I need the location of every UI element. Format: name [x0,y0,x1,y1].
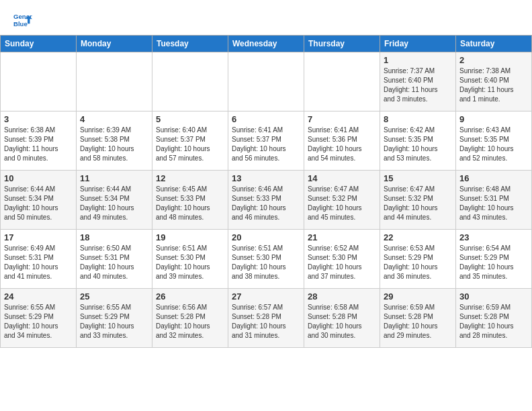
day-number: 30 [459,291,528,302]
calendar-day-cell: 3Sunrise: 6:38 AM Sunset: 5:39 PM Daylig… [1,111,77,171]
day-info: Sunrise: 6:43 AM Sunset: 5:35 PM Dayligh… [459,126,528,163]
day-info: Sunrise: 6:59 AM Sunset: 5:28 PM Dayligh… [384,303,452,340]
calendar-day-cell: 21Sunrise: 6:52 AM Sunset: 5:30 PM Dayli… [304,230,380,289]
day-number: 10 [4,173,73,183]
calendar-day-cell: 7Sunrise: 6:41 AM Sunset: 5:36 PM Daylig… [304,111,380,171]
day-number: 20 [232,232,300,242]
calendar-day-cell [228,52,304,111]
calendar-day-cell: 10Sunrise: 6:44 AM Sunset: 5:34 PM Dayli… [1,171,77,230]
weekday-header-row: SundayMondayTuesdayWednesdayThursdayFrid… [1,36,532,52]
calendar-day-cell: 12Sunrise: 6:45 AM Sunset: 5:33 PM Dayli… [152,171,228,230]
logo: General Blue [13,11,35,30]
day-info: Sunrise: 6:51 AM Sunset: 5:30 PM Dayligh… [156,244,224,281]
calendar-day-cell: 27Sunrise: 6:57 AM Sunset: 5:28 PM Dayli… [228,289,304,348]
day-info: Sunrise: 6:40 AM Sunset: 5:37 PM Dayligh… [156,126,224,163]
day-info: Sunrise: 6:49 AM Sunset: 5:31 PM Dayligh… [4,244,73,281]
calendar-day-cell: 5Sunrise: 6:40 AM Sunset: 5:37 PM Daylig… [152,111,228,171]
day-number: 18 [80,232,148,242]
day-number: 15 [384,173,452,183]
day-info: Sunrise: 6:54 AM Sunset: 5:29 PM Dayligh… [459,244,528,281]
page-header: General Blue [0,0,532,35]
day-number: 26 [156,291,224,302]
calendar-day-cell: 22Sunrise: 6:53 AM Sunset: 5:29 PM Dayli… [380,230,456,289]
day-number: 23 [459,232,528,242]
calendar-day-cell: 15Sunrise: 6:47 AM Sunset: 5:32 PM Dayli… [380,171,456,230]
day-info: Sunrise: 6:45 AM Sunset: 5:33 PM Dayligh… [156,185,224,222]
day-number: 5 [156,114,224,124]
day-info: Sunrise: 6:47 AM Sunset: 5:32 PM Dayligh… [308,185,376,222]
day-info: Sunrise: 6:57 AM Sunset: 5:28 PM Dayligh… [232,303,300,340]
calendar-day-cell: 20Sunrise: 6:51 AM Sunset: 5:30 PM Dayli… [228,230,304,289]
day-info: Sunrise: 6:48 AM Sunset: 5:31 PM Dayligh… [459,185,528,222]
weekday-header: Wednesday [228,36,304,52]
day-number: 28 [308,291,376,302]
calendar-week-row: 1Sunrise: 7:37 AM Sunset: 6:40 PM Daylig… [1,52,532,111]
svg-text:Blue: Blue [13,20,28,28]
day-info: Sunrise: 6:38 AM Sunset: 5:39 PM Dayligh… [4,126,73,163]
calendar-day-cell: 6Sunrise: 6:41 AM Sunset: 5:37 PM Daylig… [228,111,304,171]
day-number: 22 [384,232,452,242]
day-number: 1 [384,55,452,65]
calendar-day-cell: 14Sunrise: 6:47 AM Sunset: 5:32 PM Dayli… [304,171,380,230]
day-info: Sunrise: 6:55 AM Sunset: 5:29 PM Dayligh… [80,303,148,340]
calendar-day-cell [1,52,77,111]
calendar-day-cell: 25Sunrise: 6:55 AM Sunset: 5:29 PM Dayli… [77,289,152,348]
calendar-table: SundayMondayTuesdayWednesdayThursdayFrid… [0,35,532,348]
weekday-header: Friday [380,36,456,52]
day-number: 8 [384,114,452,124]
day-info: Sunrise: 6:58 AM Sunset: 5:28 PM Dayligh… [308,303,376,340]
calendar-day-cell: 16Sunrise: 6:48 AM Sunset: 5:31 PM Dayli… [456,171,532,230]
day-info: Sunrise: 6:53 AM Sunset: 5:29 PM Dayligh… [384,244,452,281]
day-number: 12 [156,173,224,183]
calendar-day-cell: 9Sunrise: 6:43 AM Sunset: 5:35 PM Daylig… [456,111,532,171]
day-info: Sunrise: 7:37 AM Sunset: 6:40 PM Dayligh… [384,66,452,104]
calendar-day-cell: 24Sunrise: 6:55 AM Sunset: 5:29 PM Dayli… [1,289,77,348]
day-number: 6 [232,114,300,124]
day-number: 4 [80,114,148,124]
day-info: Sunrise: 6:50 AM Sunset: 5:31 PM Dayligh… [80,244,148,281]
day-number: 16 [459,173,528,183]
calendar-day-cell: 19Sunrise: 6:51 AM Sunset: 5:30 PM Dayli… [152,230,228,289]
day-number: 24 [4,291,73,302]
day-info: Sunrise: 6:52 AM Sunset: 5:30 PM Dayligh… [308,244,376,281]
calendar-day-cell: 2Sunrise: 7:38 AM Sunset: 6:40 PM Daylig… [456,52,532,111]
day-info: Sunrise: 6:39 AM Sunset: 5:38 PM Dayligh… [80,126,148,163]
day-info: Sunrise: 7:38 AM Sunset: 6:40 PM Dayligh… [459,66,528,104]
calendar-day-cell [304,52,380,111]
day-number: 14 [308,173,376,183]
calendar-day-cell: 28Sunrise: 6:58 AM Sunset: 5:28 PM Dayli… [304,289,380,348]
calendar-day-cell: 4Sunrise: 6:39 AM Sunset: 5:38 PM Daylig… [77,111,152,171]
day-number: 19 [156,232,224,242]
calendar-day-cell [77,52,152,111]
day-info: Sunrise: 6:44 AM Sunset: 5:34 PM Dayligh… [80,185,148,222]
calendar-day-cell: 17Sunrise: 6:49 AM Sunset: 5:31 PM Dayli… [1,230,77,289]
calendar-day-cell: 29Sunrise: 6:59 AM Sunset: 5:28 PM Dayli… [380,289,456,348]
calendar-week-row: 24Sunrise: 6:55 AM Sunset: 5:29 PM Dayli… [1,289,532,348]
calendar-day-cell: 26Sunrise: 6:56 AM Sunset: 5:28 PM Dayli… [152,289,228,348]
day-info: Sunrise: 6:51 AM Sunset: 5:30 PM Dayligh… [232,244,300,281]
calendar-week-row: 3Sunrise: 6:38 AM Sunset: 5:39 PM Daylig… [1,111,532,171]
day-number: 2 [459,55,528,65]
weekday-header: Sunday [1,36,77,52]
calendar-week-row: 17Sunrise: 6:49 AM Sunset: 5:31 PM Dayli… [1,230,532,289]
weekday-header: Thursday [304,36,380,52]
calendar-day-cell: 23Sunrise: 6:54 AM Sunset: 5:29 PM Dayli… [456,230,532,289]
day-info: Sunrise: 6:47 AM Sunset: 5:32 PM Dayligh… [384,185,452,222]
day-info: Sunrise: 6:56 AM Sunset: 5:28 PM Dayligh… [156,303,224,340]
day-info: Sunrise: 6:46 AM Sunset: 5:33 PM Dayligh… [232,185,300,222]
day-info: Sunrise: 6:41 AM Sunset: 5:37 PM Dayligh… [232,126,300,163]
day-number: 3 [4,114,73,124]
day-number: 11 [80,173,148,183]
day-info: Sunrise: 6:42 AM Sunset: 5:35 PM Dayligh… [384,126,452,163]
calendar-day-cell: 30Sunrise: 6:59 AM Sunset: 5:28 PM Dayli… [456,289,532,348]
day-number: 21 [308,232,376,242]
calendar-day-cell: 18Sunrise: 6:50 AM Sunset: 5:31 PM Dayli… [77,230,152,289]
day-number: 27 [232,291,300,302]
day-number: 7 [308,114,376,124]
calendar-day-cell: 1Sunrise: 7:37 AM Sunset: 6:40 PM Daylig… [380,52,456,111]
day-info: Sunrise: 6:55 AM Sunset: 5:29 PM Dayligh… [4,303,73,340]
weekday-header: Monday [77,36,152,52]
day-info: Sunrise: 6:59 AM Sunset: 5:28 PM Dayligh… [459,303,528,340]
day-number: 25 [80,291,148,302]
calendar-day-cell [152,52,228,111]
